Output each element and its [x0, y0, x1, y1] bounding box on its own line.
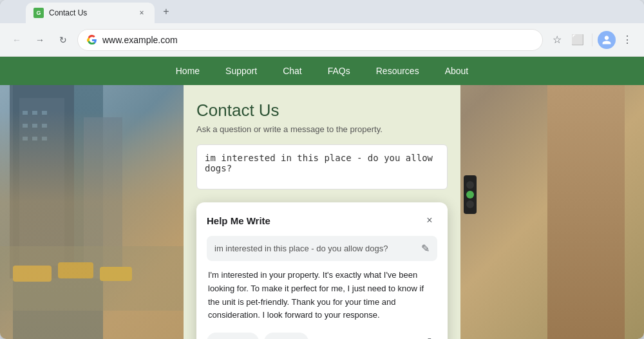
redo-button[interactable]: ↺	[417, 331, 437, 339]
new-tab-button[interactable]: +	[157, 3, 175, 21]
tone-dropdown[interactable]: Tone ▾	[264, 333, 308, 339]
svg-rect-13	[13, 266, 52, 282]
svg-point-29	[466, 200, 474, 208]
svg-rect-10	[42, 137, 47, 140]
svg-rect-1	[19, 98, 64, 266]
length-dropdown[interactable]: Length ▾	[207, 333, 259, 339]
hmw-generated-text: I'm interested in your property. It's ex…	[207, 269, 437, 322]
page-title: Contact Us	[196, 101, 448, 121]
svg-rect-3	[32, 111, 37, 115]
svg-rect-5	[23, 124, 28, 128]
nav-resources[interactable]: Resources	[371, 63, 424, 79]
menu-icon[interactable]: ⋮	[618, 31, 636, 49]
hmw-input-row: im interested in this place - do you all…	[207, 236, 437, 261]
svg-rect-9	[32, 137, 37, 140]
page-subtitle: Ask a question or write a message to the…	[196, 124, 448, 134]
svg-rect-8	[23, 137, 28, 140]
undo-button[interactable]: ↩	[391, 331, 412, 339]
page-content: Contact Us Ask a question or write a mes…	[0, 85, 644, 339]
center-panel: Contact Us Ask a question or write a mes…	[184, 85, 460, 339]
hmw-title: Help Me Write	[207, 215, 270, 226]
hmw-edit-icon[interactable]: ✎	[421, 242, 430, 255]
active-tab[interactable]: G Contact Us ×	[26, 3, 155, 23]
profile-avatar[interactable]	[598, 31, 616, 49]
message-textarea[interactable]: im interested in this place - do you all…	[196, 144, 448, 189]
tab-favicon: G	[33, 8, 44, 18]
hmw-header: Help Me Write ×	[207, 213, 437, 228]
tab-bar: G Contact Us × +	[0, 0, 644, 23]
svg-rect-15	[100, 267, 132, 281]
svg-rect-2	[23, 111, 28, 115]
nav-support[interactable]: Support	[220, 63, 262, 79]
svg-rect-7	[42, 124, 47, 128]
svg-rect-11	[84, 117, 122, 278]
url-bar[interactable]: www.example.com	[77, 29, 543, 51]
help-me-write-popup: Help Me Write × im interested in this pl…	[196, 202, 448, 339]
back-button[interactable]: ←	[8, 31, 26, 49]
url-text: www.example.com	[102, 35, 533, 45]
nav-chat[interactable]: Chat	[278, 63, 307, 79]
forward-button[interactable]: →	[31, 31, 49, 49]
address-bar: ← → ↻ www.example.com ☆ ⬜ ⋮	[0, 23, 644, 57]
svg-point-28	[466, 191, 474, 199]
google-icon	[87, 35, 97, 45]
svg-point-27	[466, 181, 474, 189]
hmw-input-text: im interested in this place - do you all…	[214, 244, 421, 253]
svg-rect-0	[10, 85, 74, 278]
refresh-button[interactable]: ↻	[54, 31, 72, 49]
star-icon[interactable]: ☆	[548, 31, 566, 49]
svg-rect-12	[0, 246, 193, 311]
nav-faqs[interactable]: FAQs	[323, 63, 355, 79]
svg-rect-6	[32, 124, 37, 128]
extensions-icon[interactable]: ⬜	[569, 31, 587, 49]
tab-title: Contact Us	[49, 8, 131, 17]
hmw-close-button[interactable]: ×	[422, 213, 437, 228]
main-nav: Home Support Chat FAQs Resources About	[0, 57, 644, 85]
svg-rect-4	[42, 111, 47, 115]
toolbar-icons: ☆ ⬜ ⋮	[548, 31, 636, 49]
toolbar-divider	[592, 34, 592, 46]
nav-about[interactable]: About	[440, 63, 474, 79]
tab-close-button[interactable]: ×	[137, 8, 147, 18]
svg-rect-14	[58, 262, 93, 278]
hmw-controls: Length ▾ Tone ▾ ↩ ↺	[207, 331, 437, 339]
browser-frame: G Contact Us × + ← → ↻ www.example.com ☆…	[0, 0, 644, 339]
nav-home[interactable]: Home	[171, 63, 205, 79]
